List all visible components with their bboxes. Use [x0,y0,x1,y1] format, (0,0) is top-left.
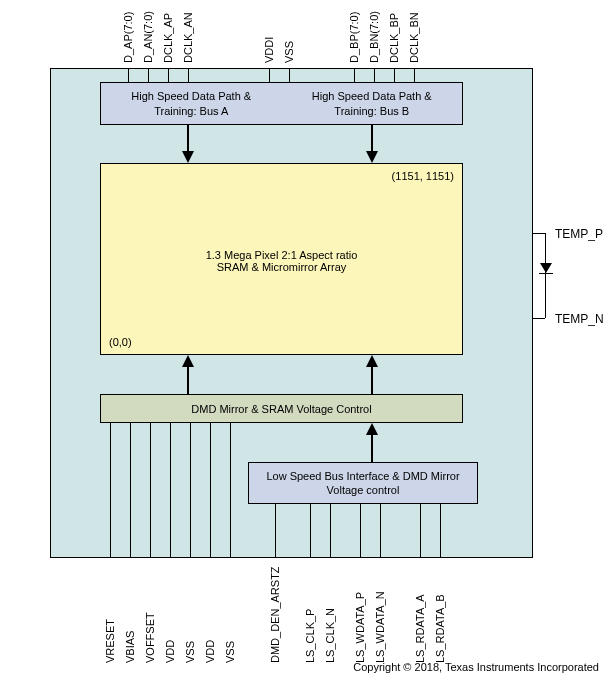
voltage-block: DMD Mirror & SRAM Voltage Control [100,394,463,423]
pin-dclk-an: DCLK_AN [182,5,194,63]
pin-vddi: VDDI [263,33,275,63]
diagram-canvas: High Speed Data Path & Training: Bus A H… [0,0,607,676]
pin-temp-p: TEMP_P [555,227,603,241]
lowspeed-line1: Low Speed Bus Interface & DMD Mirror [249,469,477,483]
pin-d-bn: D_BN(7:0) [368,5,380,63]
pin-d-bp: D_BP(7:0) [348,5,360,63]
pin-vss-top: VSS [283,33,295,63]
pin-vss1: VSS [184,568,196,663]
high-speed-block: High Speed Data Path & Training: Bus A H… [100,82,463,125]
pin-vdd2: VDD [204,568,216,663]
pin-ls-rdata-b: LS_RDATA_B [434,568,446,663]
pin-ls-wdata-n: LS_WDATA_N [374,568,386,663]
pin-dclk-ap: DCLK_AP [162,5,174,63]
pin-vss2: VSS [224,568,236,663]
pin-ls-rdata-a: LS_RDATA_A [414,568,426,663]
hsdp-b-line1: High Speed Data Path & [282,89,463,103]
pin-d-an: D_AN(7:0) [142,5,154,63]
pin-voffset: VOFFSET [144,568,156,663]
sram-line1: 1.3 Mega Pixel 2:1 Aspect ratio [101,249,462,261]
coord-top-right: (1151, 1151) [392,170,454,182]
pin-vbias: VBIAS [124,568,136,663]
pin-vdd1: VDD [164,568,176,663]
pin-ls-wdata-p: LS_WDATA_P [354,568,366,663]
copyright-text: Copyright © 2018, Texas Instruments Inco… [353,661,599,673]
sram-line2: SRAM & Micromirror Array [101,261,462,273]
hsdp-b-line2: Training: Bus B [282,104,463,118]
pin-ls-clk-p: LS_CLK_P [304,568,316,663]
voltage-label: DMD Mirror & SRAM Voltage Control [191,403,371,415]
pin-d-ap: D_AP(7:0) [122,5,134,63]
low-speed-block: Low Speed Bus Interface & DMD Mirror Vol… [248,462,478,504]
pin-dclk-bn: DCLK_BN [408,5,420,63]
lowspeed-line2: Voltage control [249,483,477,497]
hsdp-a-line2: Training: Bus A [101,104,282,118]
pin-vreset: VRESET [104,568,116,663]
pin-dclk-bp: DCLK_BP [388,5,400,63]
hsdp-a-line1: High Speed Data Path & [101,89,282,103]
pin-dmd-den-arstz: DMD_DEN_ARSTZ [269,568,281,663]
sram-block: (1151, 1151) 1.3 Mega Pixel 2:1 Aspect r… [100,163,463,355]
coord-bottom-left: (0,0) [109,336,132,348]
pin-temp-n: TEMP_N [555,312,604,326]
pin-ls-clk-n: LS_CLK_N [324,568,336,663]
